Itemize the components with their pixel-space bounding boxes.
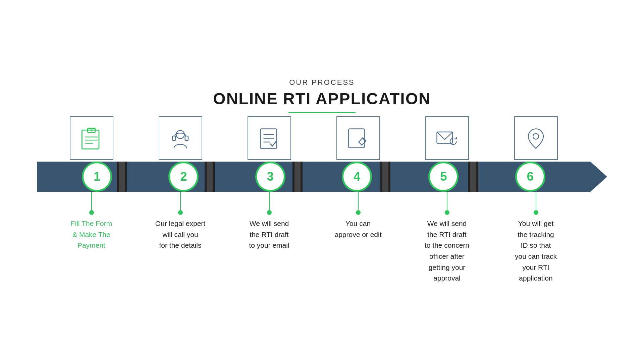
process-diagram: 1 2 3 4 5 6 Fill The Form& Make ThePayme…	[37, 116, 607, 284]
page-header: OUR PROCESS ONLINE RTI APPLICATION	[213, 78, 431, 113]
step-5-icon-box	[425, 116, 469, 160]
step-circle-2: 2	[168, 162, 199, 192]
step-6-dot	[534, 210, 538, 215]
step-4-label-wrapper: You canapprove or edit	[325, 192, 392, 284]
step-5-icon-wrapper	[414, 116, 481, 160]
step-2-icon-box	[159, 116, 202, 160]
step-4-connector	[358, 192, 359, 210]
step-5-dot	[445, 210, 449, 215]
step-2-icon-wrapper	[147, 116, 214, 160]
step-4-label: You canapprove or edit	[334, 218, 381, 240]
step-2-dot	[178, 210, 183, 215]
step-3-label: We will sendthe RTI draftto your email	[249, 218, 289, 251]
email-icon	[434, 126, 460, 151]
step-1-label: Fill The Form& Make ThePayment	[71, 218, 112, 251]
step-circle-1: 1	[82, 162, 112, 192]
timeline-section: 1 2 3 4 5 6	[37, 162, 607, 192]
step-circle-4: 4	[342, 162, 372, 192]
step-4-icon-box	[336, 116, 380, 160]
step-6-connector	[536, 192, 536, 210]
step-5-label: We will sendthe RTI draftto the concerno…	[425, 218, 469, 284]
step-1-icon-wrapper	[58, 116, 125, 160]
form-icon	[79, 126, 104, 151]
step-6-icon-box	[514, 116, 558, 160]
header-subtitle: OUR PROCESS	[213, 78, 431, 87]
header-title: ONLINE RTI APPLICATION	[213, 89, 431, 108]
svg-point-6	[176, 130, 184, 138]
support-icon	[168, 126, 193, 151]
step-1-icon-box	[70, 116, 113, 160]
step-4-icon-wrapper	[325, 116, 392, 160]
labels-section: Fill The Form& Make ThePayment Our legal…	[37, 192, 607, 284]
step-6-label: You will getthe trackingID so thatyou ca…	[515, 218, 557, 284]
step-1-dot	[89, 210, 94, 215]
step-6-label-wrapper: You will getthe trackingID so thatyou ca…	[502, 192, 570, 284]
step-6-icon-wrapper	[502, 116, 570, 160]
edit-icon	[345, 126, 371, 151]
svg-point-2	[91, 129, 93, 131]
step-2-connector	[180, 192, 181, 210]
step-circle-5: 5	[428, 162, 459, 192]
step-3-connector	[269, 192, 270, 210]
step-5-label-wrapper: We will sendthe RTI draftto the concerno…	[414, 192, 481, 284]
step-1-connector	[91, 192, 92, 210]
step-2-label-wrapper: Our legal expertwill call youfor the det…	[147, 192, 214, 284]
svg-point-17	[533, 133, 539, 139]
step-1-label-wrapper: Fill The Form& Make ThePayment	[58, 192, 125, 284]
step-3-icon-box	[248, 116, 291, 160]
step-4-dot	[356, 210, 361, 215]
step-3-dot	[267, 210, 272, 215]
svg-line-15	[359, 142, 362, 145]
step-2-label: Our legal expertwill call youfor the det…	[155, 218, 205, 251]
svg-rect-7	[172, 136, 175, 140]
svg-rect-8	[185, 136, 188, 140]
circles-section: 1 2 3 4 5 6	[37, 162, 607, 192]
icons-section	[37, 116, 607, 160]
step-circle-3: 3	[255, 162, 285, 192]
step-3-label-wrapper: We will sendthe RTI draftto your email	[236, 192, 303, 284]
step-circle-6: 6	[515, 162, 545, 192]
step-5-connector	[447, 192, 447, 210]
step-3-icon-wrapper	[236, 116, 303, 160]
location-icon	[523, 126, 548, 151]
checklist-icon	[257, 126, 282, 151]
header-underline	[288, 112, 356, 113]
